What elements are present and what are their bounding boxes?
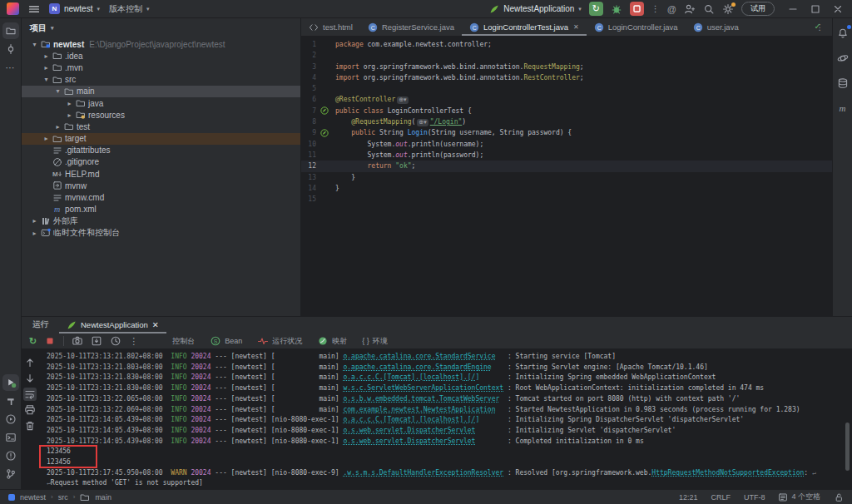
more-action-icon[interactable]: ⋮: [129, 336, 138, 347]
chevron-right-icon[interactable]: ▸: [65, 111, 74, 119]
tree-item[interactable]: ▸.mvn: [22, 62, 300, 73]
more-tool-icon[interactable]: ⋯: [2, 59, 19, 76]
trial-button[interactable]: 试用: [741, 2, 775, 16]
tree-item[interactable]: ▾main: [22, 86, 300, 97]
tree-item[interactable]: mvnw.cmd: [22, 191, 300, 203]
maven-icon[interactable]: m: [835, 100, 851, 116]
tree-item[interactable]: ▸外部库: [22, 215, 300, 227]
trash-icon[interactable]: [23, 419, 37, 432]
up-icon[interactable]: [23, 356, 37, 369]
svg-text:C: C: [597, 24, 601, 30]
softwrap-icon[interactable]: [23, 388, 37, 401]
editor-tab[interactable]: CLoginController.java: [587, 18, 686, 36]
tree-item[interactable]: ▸java: [22, 97, 300, 109]
view-tab-映射[interactable]: 映射: [317, 335, 347, 347]
tree-item[interactable]: ▸test: [22, 121, 300, 132]
url-inlay-hint[interactable]: ⊕▾: [397, 96, 408, 104]
tree-item[interactable]: .gitignore: [22, 156, 300, 168]
hamburger-menu-icon[interactable]: [28, 3, 40, 15]
search-icon[interactable]: [703, 3, 715, 15]
encoding-widget[interactable]: UTF-8: [744, 493, 765, 502]
profile-action-icon[interactable]: [110, 335, 121, 347]
services-tool-icon[interactable]: [2, 411, 19, 427]
editor-tab[interactable]: CLoginControllerTest.java✕: [462, 18, 587, 36]
chevron-right-icon[interactable]: ▸: [42, 52, 51, 60]
tree-item[interactable]: ▾newtestE:\DjangoProject\javaproject\new…: [22, 38, 300, 50]
folder-project-icon: [39, 39, 52, 49]
dump-action-icon[interactable]: [91, 335, 102, 347]
close-icon[interactable]: ✕: [573, 23, 579, 31]
maximize-button[interactable]: [810, 3, 821, 15]
tree-item[interactable]: .gitattributes: [22, 145, 300, 156]
run-config-selector[interactable]: NewtestApplication ▾: [489, 4, 582, 14]
tree-item[interactable]: ▸临时文件和控制台: [22, 227, 300, 239]
spring-bean-gutter-icon[interactable]: [316, 106, 332, 115]
editor-tab[interactable]: test.html: [301, 18, 360, 36]
notifications-icon[interactable]: [835, 25, 851, 42]
breadcrumb-item[interactable]: newtest: [20, 493, 46, 502]
caret-position-widget[interactable]: 12:21: [679, 493, 698, 502]
chevron-down-icon[interactable]: ▾: [30, 41, 39, 48]
print-icon[interactable]: [23, 403, 37, 417]
editor-tab[interactable]: Cuser.java: [686, 18, 746, 36]
console-scrollbar[interactable]: [845, 422, 850, 471]
view-tab-环境[interactable]: { }环境: [362, 336, 388, 347]
spring-bean-gutter-icon[interactable]: [316, 129, 332, 137]
chevron-down-icon[interactable]: ▾: [51, 25, 54, 32]
tree-item[interactable]: ▾src: [22, 74, 300, 86]
more-actions-icon[interactable]: ⋮: [651, 4, 660, 13]
line-separator-widget[interactable]: CRLF: [711, 493, 731, 502]
chevron-right-icon[interactable]: ▸: [42, 64, 51, 72]
project-tool-icon[interactable]: [2, 22, 19, 39]
tree-item[interactable]: ▸target: [22, 133, 300, 145]
stop-button[interactable]: [630, 2, 644, 16]
indent-widget[interactable]: 4 个空格: [778, 492, 820, 502]
console-output[interactable]: 2025-10-11T23:13:21.802+08:00 INFO 20024…: [38, 349, 852, 489]
close-button[interactable]: [832, 3, 844, 15]
run-tool-icon[interactable]: [2, 374, 19, 391]
tree-item[interactable]: mvnw: [22, 180, 300, 191]
build-tool-icon[interactable]: [2, 393, 19, 409]
debug-button[interactable]: [611, 3, 622, 15]
close-icon[interactable]: ✕: [152, 320, 159, 329]
terminal-tool-icon[interactable]: [2, 429, 19, 446]
chevron-right-icon[interactable]: ▸: [42, 135, 51, 142]
view-tab-Bean[interactable]: SBean: [210, 335, 242, 347]
view-tab-控制台[interactable]: 控制台: [172, 336, 195, 347]
left-tool-strip: ⋯: [0, 18, 22, 489]
breadcrumb-item[interactable]: src: [58, 493, 68, 502]
code-area[interactable]: 1package com.example.newtest.controller;…: [301, 37, 832, 316]
minimize-button[interactable]: [787, 3, 799, 15]
editor-tab[interactable]: CRegisterService.java: [360, 18, 462, 36]
chevron-down-icon[interactable]: ▾: [42, 76, 51, 83]
problems-tool-icon[interactable]: [2, 447, 19, 464]
chevron-right-icon[interactable]: ▸: [53, 123, 62, 131]
settings-gear-icon[interactable]: [722, 3, 734, 15]
down-icon[interactable]: [23, 372, 37, 385]
project-widget[interactable]: N newtest ▾: [49, 3, 100, 14]
chevron-down-icon[interactable]: ▾: [53, 87, 62, 95]
lock-icon[interactable]: [834, 492, 844, 502]
url-inlay-hint[interactable]: ⊕▾: [417, 119, 428, 126]
run-tab[interactable]: NewtestApplication ✕: [59, 317, 166, 334]
chevron-right-icon[interactable]: ▸: [30, 230, 39, 237]
chevron-right-icon[interactable]: ▸: [65, 100, 74, 107]
ai-assistant-icon[interactable]: [835, 50, 851, 67]
code-with-me-icon[interactable]: @: [667, 4, 676, 14]
rerun-action-icon[interactable]: ↻: [29, 336, 37, 347]
breadcrumb-item[interactable]: main: [95, 493, 111, 502]
rerun-button[interactable]: ↻: [589, 2, 603, 16]
stop-action-icon[interactable]: [44, 335, 56, 347]
branch-tool-icon[interactable]: [2, 466, 19, 482]
tree-item[interactable]: mpom.xml: [22, 204, 300, 215]
chevron-right-icon[interactable]: ▸: [30, 217, 39, 225]
database-icon[interactable]: [835, 75, 851, 91]
tree-item[interactable]: ▸.idea: [22, 50, 300, 62]
add-user-icon[interactable]: [684, 3, 696, 15]
tree-item[interactable]: MHELP.md: [22, 168, 300, 180]
tree-item[interactable]: ▸resources: [22, 109, 300, 121]
view-tab-运行状况[interactable]: 运行状况: [257, 335, 302, 347]
commit-tool-icon[interactable]: [2, 41, 19, 57]
camera-action-icon[interactable]: [72, 335, 83, 347]
vcs-widget[interactable]: 版本控制 ▾: [109, 3, 150, 15]
